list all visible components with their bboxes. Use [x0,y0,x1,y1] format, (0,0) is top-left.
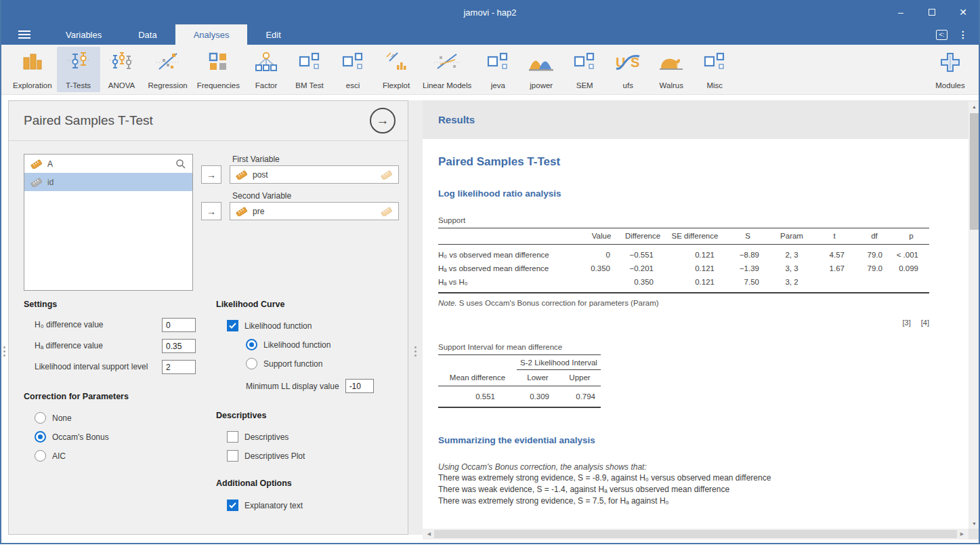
support-function-radio-row[interactable]: Support function [246,358,322,369]
radio-icon[interactable] [246,358,257,369]
reference-link[interactable]: [4] [921,319,929,327]
summary-heading[interactable]: Summarizing the evidential analysis [438,435,953,445]
module-squares-icon [486,50,509,73]
second-variable-field[interactable]: pre [230,202,399,220]
radio-icon[interactable] [35,450,46,462]
ribbon-item-anova[interactable]: ANOVA [100,47,144,92]
descriptives-checkbox-row[interactable]: Descriptives [227,431,289,443]
h0-difference-input[interactable] [162,318,196,332]
interval-support-input[interactable] [162,360,196,374]
hamburger-icon [18,28,30,41]
checkbox-icon[interactable] [227,450,238,462]
ribbon-item-ufs[interactable]: US ufs [606,47,649,92]
assign-second-variable-button[interactable]: → [201,202,221,220]
results-vertical-scrollbar[interactable]: ▲ ▼ [968,102,980,529]
summary-line: There was extremely strong evidence, S =… [438,496,953,507]
hamburger-menu-button[interactable] [1,24,47,45]
ufs-logo-icon: US [614,50,641,73]
scroll-down-icon[interactable]: ▼ [968,518,980,529]
ribbon-item-jeva[interactable]: jeva [476,47,519,92]
support-interval-title: Support Interval for mean difference [438,343,953,351]
ribbon-item-t-tests[interactable]: T-Tests [57,47,100,92]
ribbon-item-esci[interactable]: esci [331,47,375,92]
flexplot-icon [384,50,408,73]
interval-header-row: Mean difference Lower Upper [438,370,601,386]
panel-splitter[interactable] [408,100,423,535]
minimize-button[interactable]: – [885,0,916,24]
ribbon-item-linear-models[interactable]: Linear Models [418,47,476,92]
support-table-title: Support [438,216,953,224]
ribbon-item-frequencies[interactable]: Frequencies [192,47,244,92]
explanatory-text-checkbox-row[interactable]: Explanatory text [227,500,303,511]
radio-selected-icon[interactable] [246,339,257,350]
results-analysis-title[interactable]: Paired Samples T-Test [438,155,953,169]
scroll-up-icon[interactable]: ▲ [968,102,980,112]
ribbon-item-factor[interactable]: Factor [244,47,288,92]
assign-first-variable-button[interactable]: → [201,165,221,184]
ribbon-item-regression[interactable]: Regression [144,47,192,92]
splitter-drag-handle[interactable] [414,344,417,359]
ribbon-item-walrus[interactable]: Walrus [649,47,693,92]
results-panel: Results Paired Samples T-Test Log likeli… [423,100,980,540]
checkbox-icon[interactable] [227,431,238,443]
panel-edge-drag-handle[interactable] [3,344,5,359]
vertical-scroll-thumb[interactable] [970,113,979,230]
ribbon-item-exploration[interactable]: Exploration [8,47,57,92]
horizontal-scroll-thumb[interactable] [434,530,957,538]
min-ll-row: Minimum LL display value [246,379,374,393]
checkbox-checked-icon[interactable] [227,500,238,511]
descriptives-heading: Descriptives [216,411,266,420]
correction-none-option[interactable]: None [35,412,72,424]
ha-difference-input[interactable] [162,339,196,353]
tab-edit[interactable]: Edit [247,24,299,45]
accepted-type-ruler-icon [381,169,393,180]
errorbar-trio-icon [110,50,134,73]
radio-icon[interactable] [35,412,46,424]
scroll-right-icon[interactable]: ▶ [957,529,967,540]
collapse-options-button[interactable]: → [370,108,396,134]
correction-occams-bonus-option[interactable]: Occam's Bonus [35,431,109,443]
menu-tabbar: Variables Data Analyses Edit <: ⋮ [1,24,979,45]
tab-data[interactable]: Data [120,24,175,45]
results-header-band: Results [423,100,980,139]
support-table[interactable]: Value Difference SE difference S Param t… [438,228,929,293]
interval-data-row: 0.551 0.309 0.794 [438,386,601,408]
module-squares-icon [298,50,321,73]
descriptives-plot-checkbox-row[interactable]: Descriptives Plot [227,450,305,462]
correction-aic-option[interactable]: AIC [35,450,66,462]
tab-variables[interactable]: Variables [47,24,120,45]
regression-line-icon [156,50,180,73]
support-interval-table[interactable]: S-2 Likelihood Interval Mean difference … [438,354,601,408]
summary-line: There was extremely strong evidence, S =… [438,473,953,484]
ribbon-item-sem[interactable]: SEM [563,47,606,92]
ribbon-item-bm-test[interactable]: BM Test [288,47,331,92]
reference-link[interactable]: [3] [902,319,910,327]
first-variable-field[interactable]: post [230,165,399,184]
min-ll-input[interactable] [345,379,374,393]
errorbar-pair-icon [66,50,91,73]
overflow-menu-icon[interactable]: ⋮ [958,29,968,40]
available-variables-list[interactable]: A id [24,154,193,291]
likelihood-curve-heading: Likelihood Curve [216,300,284,309]
likelihood-function-radio-row[interactable]: Likelihood function [246,339,331,350]
close-button[interactable]: ✕ [947,0,979,24]
tab-analyses[interactable]: Analyses [175,24,248,45]
ribbon-item-flexplot[interactable]: Flexplot [375,47,418,92]
results-panel-toggle-icon[interactable]: <: [936,30,947,40]
likelihood-function-checkbox-row[interactable]: Likelihood function [227,320,312,331]
continuous-variable-icon [236,169,248,180]
ribbon-item-misc[interactable]: Misc [693,47,736,92]
checkbox-checked-icon[interactable] [227,320,238,331]
ribbon-item-jpower[interactable]: jpower [519,47,563,92]
results-horizontal-scrollbar[interactable]: ◀ ▶ [423,529,968,540]
scroll-left-icon[interactable]: ◀ [424,529,434,540]
list-item[interactable]: id [24,173,192,191]
span-header-row: S-2 Likelihood Interval [438,355,601,370]
maximize-button[interactable] [916,0,947,24]
results-section-title[interactable]: Log likelihood ratio analysis [438,188,953,199]
search-icon[interactable] [175,159,186,169]
radio-selected-icon[interactable] [35,431,46,443]
ribbon-item-modules[interactable]: Modules [929,47,972,92]
support-table-note: Note. S uses Occam's Bonus correction fo… [438,299,953,307]
list-item[interactable]: A [24,155,192,173]
